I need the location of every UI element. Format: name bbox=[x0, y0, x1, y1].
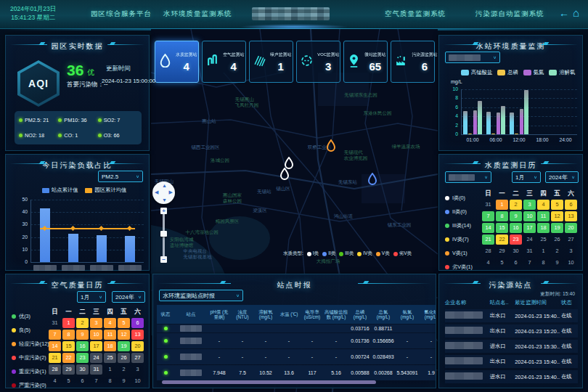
table-row[interactable]: 进水口2024-01-23 15:30..在线 bbox=[445, 340, 578, 353]
calendar-day[interactable]: 31 bbox=[49, 318, 61, 328]
station-select-dropdown[interactable]: ∨ bbox=[445, 171, 491, 183]
calendar-day[interactable]: 4 bbox=[537, 200, 550, 210]
calendar-day[interactable]: 8 bbox=[537, 258, 550, 268]
table-row[interactable]: 出水口2024-01-23 15:40..在线 bbox=[445, 309, 578, 322]
nav-item-pollution-system[interactable]: 污染源自动监测系统 bbox=[475, 9, 544, 19]
calendar-day[interactable]: 5 bbox=[118, 318, 130, 328]
calendar-day[interactable]: 11 bbox=[537, 211, 550, 221]
calendar-day[interactable]: 6 bbox=[76, 376, 89, 386]
calendar-day[interactable]: 7 bbox=[90, 376, 102, 386]
calendar-day[interactable]: 3 bbox=[565, 246, 577, 256]
table-row[interactable]: 进水口2024-01-23 15:40..在线 bbox=[445, 370, 578, 383]
station-type-button[interactable]: 水质监测站4 bbox=[155, 41, 199, 83]
calendar-day[interactable]: 31 bbox=[482, 200, 494, 210]
calendar-day[interactable]: 27 bbox=[565, 234, 577, 245]
calendar-day[interactable]: 5 bbox=[551, 200, 563, 210]
calendar-day[interactable]: 25 bbox=[104, 353, 116, 363]
nav-item-air-system[interactable]: 空气质量监测系统 bbox=[385, 9, 446, 19]
calendar-day[interactable]: 29 bbox=[62, 364, 75, 375]
calendar-day[interactable]: 13 bbox=[565, 211, 577, 221]
nav-item-water-system[interactable]: 水环境质量监测系统 bbox=[163, 9, 232, 19]
water-station-marker[interactable] bbox=[326, 139, 336, 155]
station-type-button[interactable]: 微站监测站65 bbox=[343, 41, 388, 83]
calendar-day[interactable]: 11 bbox=[104, 330, 116, 340]
calendar-day[interactable]: 3 bbox=[90, 318, 102, 328]
calendar-day[interactable]: 5 bbox=[62, 376, 75, 386]
calendar-day[interactable]: 1 bbox=[496, 200, 508, 210]
table-row[interactable]: 7.9487.510.5213.61175.160.005880.002685.… bbox=[157, 365, 436, 380]
month-dropdown[interactable]: 1月∨ bbox=[512, 171, 541, 183]
calendar-day[interactable]: 24 bbox=[90, 353, 102, 363]
calendar-day[interactable]: 15 bbox=[62, 341, 75, 351]
calendar-day[interactable]: 9 bbox=[551, 258, 563, 268]
horizontal-scrollbar[interactable] bbox=[162, 380, 376, 384]
calendar-day[interactable]: 4 bbox=[482, 258, 494, 268]
calendar-day[interactable]: 10 bbox=[523, 211, 536, 221]
calendar-day[interactable]: 21 bbox=[49, 353, 61, 363]
calendar-day[interactable]: 14 bbox=[482, 223, 494, 233]
calendar-day[interactable]: 10 bbox=[90, 330, 102, 340]
calendar-day[interactable]: 3 bbox=[523, 200, 536, 210]
calendar-day[interactable]: 12 bbox=[551, 211, 563, 221]
calendar-day[interactable]: 25 bbox=[537, 234, 550, 245]
calendar-day[interactable]: 30 bbox=[76, 364, 89, 375]
home-icon[interactable]: ⌂ bbox=[573, 7, 579, 20]
calendar-day[interactable]: 2 bbox=[118, 364, 130, 375]
calendar-day[interactable]: 17 bbox=[90, 341, 102, 351]
calendar-day[interactable]: 22 bbox=[62, 353, 75, 363]
calendar-day[interactable]: 10 bbox=[565, 258, 577, 268]
calendar-day[interactable]: 30 bbox=[510, 246, 522, 256]
calendar-day[interactable]: 2 bbox=[76, 318, 89, 328]
calendar-day[interactable]: 23 bbox=[76, 353, 89, 363]
calendar-day[interactable]: 2 bbox=[551, 246, 563, 256]
calendar-day[interactable]: 26 bbox=[118, 353, 130, 363]
calendar-day[interactable]: 17 bbox=[523, 223, 536, 233]
station-type-button[interactable]: 污染源监测站6 bbox=[391, 41, 435, 83]
calendar-day[interactable]: 20 bbox=[565, 223, 577, 233]
report-type-dropdown[interactable]: 水环境监测站点时报∨ bbox=[159, 290, 243, 301]
calendar-day[interactable]: 10 bbox=[131, 376, 144, 386]
back-arrow-icon[interactable]: ← bbox=[559, 7, 569, 20]
calendar-day[interactable]: 19 bbox=[118, 341, 130, 351]
calendar-day[interactable]: 20 bbox=[131, 341, 144, 351]
calendar-day[interactable]: 1 bbox=[104, 364, 116, 375]
calendar-day[interactable]: 31 bbox=[90, 364, 102, 375]
year-dropdown[interactable]: 2024年∨ bbox=[112, 291, 145, 303]
calendar-day[interactable]: 8 bbox=[104, 376, 116, 386]
calendar-day[interactable]: 4 bbox=[104, 318, 116, 328]
water-station-marker[interactable] bbox=[279, 168, 290, 183]
calendar-day[interactable]: 6 bbox=[510, 258, 522, 268]
calendar-day[interactable]: 6 bbox=[565, 200, 577, 210]
water-station-marker[interactable] bbox=[367, 173, 377, 188]
calendar-day[interactable]: 28 bbox=[49, 364, 61, 375]
calendar-day[interactable]: 8 bbox=[62, 330, 75, 340]
map-zoom-slider[interactable]: + − bbox=[160, 208, 167, 263]
calendar-day[interactable]: 16 bbox=[510, 223, 522, 233]
calendar-day[interactable]: 9 bbox=[510, 211, 522, 221]
station-type-button[interactable]: 空气监测站4 bbox=[202, 41, 246, 83]
calendar-day[interactable]: 13 bbox=[131, 330, 144, 340]
table-row[interactable]: 0.037160.88711 bbox=[157, 324, 436, 332]
zoom-out-button[interactable]: − bbox=[160, 256, 167, 263]
calendar-day[interactable]: 22 bbox=[496, 234, 508, 245]
calendar-day[interactable]: 24 bbox=[523, 234, 536, 245]
year-dropdown[interactable]: 2024年∨ bbox=[545, 171, 579, 183]
zoom-in-button[interactable]: + bbox=[160, 208, 167, 214]
zoom-handle[interactable] bbox=[160, 231, 167, 237]
calendar-day[interactable]: 15 bbox=[496, 223, 508, 233]
calendar-day[interactable]: 9 bbox=[118, 376, 130, 386]
calendar-day[interactable]: 2 bbox=[510, 200, 522, 210]
table-row[interactable]: 出水口2024-01-23 15:40..在线 bbox=[445, 355, 578, 368]
calendar-day[interactable]: 7 bbox=[49, 330, 61, 340]
calendar-day[interactable]: 26 bbox=[551, 234, 563, 245]
calendar-day[interactable]: 19 bbox=[551, 223, 563, 233]
calendar-day[interactable]: 31 bbox=[523, 246, 536, 256]
calendar-day[interactable]: 3 bbox=[131, 364, 144, 375]
calendar-day[interactable]: 1 bbox=[62, 318, 75, 328]
calendar-day[interactable]: 5 bbox=[496, 258, 508, 268]
station-type-button[interactable]: 噪声监测站1 bbox=[249, 41, 293, 83]
calendar-day[interactable]: 6 bbox=[131, 318, 144, 328]
table-row[interactable]: 出水口2024-01-23 15:20..在线 bbox=[445, 324, 578, 338]
calendar-day[interactable]: 27 bbox=[131, 353, 144, 363]
calendar-day[interactable]: 14 bbox=[49, 341, 61, 351]
